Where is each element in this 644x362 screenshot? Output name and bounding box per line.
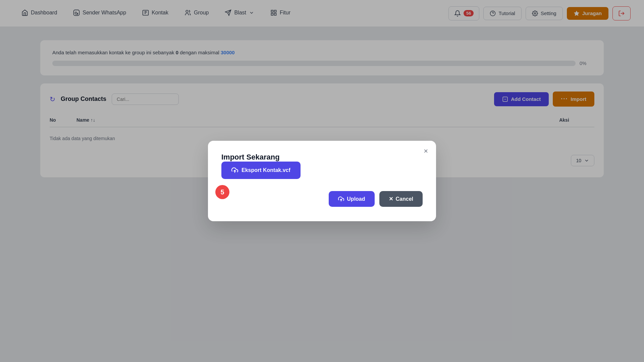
modal-overlay[interactable]: Import Sekarang × Eksport Kontak.vcf 5 U… <box>0 0 644 362</box>
eksport-button[interactable]: Eksport Kontak.vcf <box>221 162 301 179</box>
eksport-label: Eksport Kontak.vcf <box>241 167 290 173</box>
upload-label: Upload <box>347 196 365 202</box>
modal-title: Import Sekarang <box>221 153 280 161</box>
step-badge: 5 <box>215 185 229 199</box>
modal-body: Eksport Kontak.vcf <box>221 162 423 179</box>
upload-btn-icon <box>338 196 344 202</box>
cancel-x-icon: ✕ <box>389 196 393 202</box>
modal-close-button[interactable]: × <box>424 147 428 155</box>
cancel-button[interactable]: ✕ Cancel <box>379 191 423 207</box>
upload-icon <box>231 167 238 174</box>
modal-footer: 5 Upload ✕ Cancel <box>221 191 423 207</box>
upload-button[interactable]: Upload <box>329 191 374 207</box>
modal: Import Sekarang × Eksport Kontak.vcf 5 U… <box>208 141 436 221</box>
cancel-label: Cancel <box>396 196 413 202</box>
